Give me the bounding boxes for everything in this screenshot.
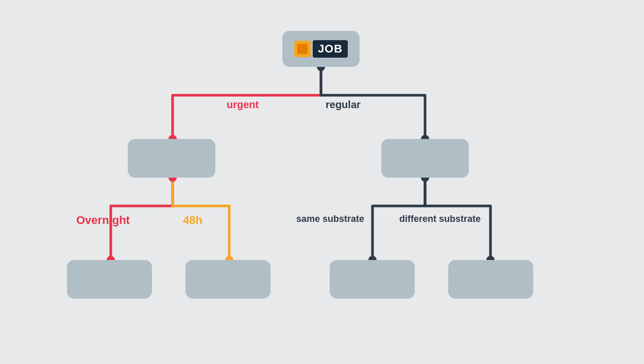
node-diff-sub-child bbox=[448, 260, 533, 299]
job-label: JOB bbox=[313, 40, 348, 58]
label-same-substrate: same substrate bbox=[296, 214, 364, 224]
node-same-sub-child bbox=[330, 260, 415, 299]
job-icon bbox=[294, 41, 311, 57]
label-48h: 48h bbox=[183, 214, 202, 227]
label-overnight: Overnight bbox=[76, 214, 130, 227]
node-regular bbox=[381, 139, 469, 178]
node-48h-child bbox=[185, 260, 270, 299]
node-job: JOB bbox=[282, 31, 360, 67]
node-urgent bbox=[128, 139, 215, 178]
diagram-container: JOB urgent regular Overnight 48h same su… bbox=[0, 0, 644, 364]
node-overnight-child bbox=[67, 260, 152, 299]
label-different-substrate: different substrate bbox=[399, 214, 481, 224]
label-regular: regular bbox=[326, 99, 361, 111]
label-urgent: urgent bbox=[227, 99, 259, 111]
